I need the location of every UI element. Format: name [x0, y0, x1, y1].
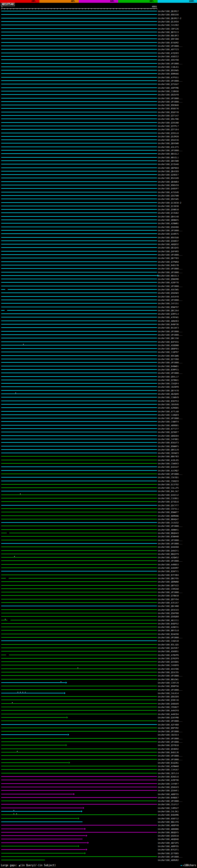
hit-row[interactable]: UniRef100_B3L1Q5: [0, 643, 197, 646]
hit-bar[interactable]: [1, 522, 157, 523]
hit-label[interactable]: UniRef100_Q4V885: [158, 661, 178, 663]
hit-label[interactable]: UniRef100_B9WF97: [158, 306, 178, 309]
hit-label[interactable]: UniRef100_Q6CF95: [158, 577, 178, 580]
hit-label[interactable]: UniRef100_Q9LFN6: [158, 118, 178, 120]
hit-row[interactable]: UniRef100_UPI000...: [0, 754, 197, 757]
hit-bar[interactable]: [1, 119, 157, 119]
hit-label[interactable]: UniRef100_Q3T1E4: [158, 128, 178, 131]
hit-row[interactable]: UniRef100_B4NF36: [0, 323, 197, 326]
hit-bar[interactable]: [1, 202, 157, 203]
hit-bar[interactable]: [1, 327, 157, 328]
hit-label[interactable]: UniRef100_Q7RZP9: [158, 657, 178, 660]
hit-bar[interactable]: [1, 710, 157, 711]
hit-row[interactable]: UniRef100_B7FXB4: [0, 573, 197, 577]
hit-row[interactable]: UniRef100_A8JJ11: [0, 619, 197, 622]
hit-label[interactable]: UniRef100_Q56Q60: [158, 616, 178, 618]
hit-bar[interactable]: [1, 648, 157, 648]
hit-row[interactable]: UniRef100_A0D6B6: [0, 827, 197, 831]
hit-row[interactable]: UniRef100_Q6NWV5: [0, 218, 197, 222]
hit-bar[interactable]: [1, 669, 157, 669]
hit-bar[interactable]: [1, 484, 157, 485]
hit-bar[interactable]: [1, 345, 157, 345]
hit-bar[interactable]: [1, 599, 157, 599]
hit-row[interactable]: UniRef100_Q6MWN0: [0, 580, 197, 584]
hit-row[interactable]: UniRef100_B9WF97: [0, 305, 197, 309]
hit-bar[interactable]: [1, 307, 157, 307]
hit-label[interactable]: UniRef100_A6QDH8: [158, 838, 178, 841]
hit-row[interactable]: UniRef100_B3MPC5: [0, 368, 197, 371]
hit-label[interactable]: UniRef100_UPI000...: [158, 731, 183, 733]
hit-label[interactable]: UniRef100_Q7ZU48: [158, 163, 178, 166]
hit-bar[interactable]: [1, 265, 157, 266]
hit-bar[interactable]: [1, 251, 157, 252]
hit-row[interactable]: UniRef100_B4DXM6: [0, 813, 197, 816]
hit-label[interactable]: UniRef100_B3WHH0: [158, 535, 178, 538]
hit-label[interactable]: UniRef100_C4WHT4: [158, 421, 178, 423]
hit-row[interactable]: UniRef100_B9IKW5: [0, 69, 197, 72]
hit-row[interactable]: UniRef100_B4NDE7: [0, 796, 197, 799]
hit-bar[interactable]: [1, 160, 157, 161]
hit-label[interactable]: UniRef100_UPI000...: [158, 738, 183, 740]
hit-row[interactable]: UniRef100_B2W2L6: [0, 775, 197, 778]
hit-label[interactable]: UniRef100_Q78W10: [158, 595, 178, 597]
hit-label[interactable]: UniRef100_A4H2F8: [158, 709, 178, 712]
hit-label[interactable]: UniRef100_UPI000...: [158, 372, 183, 374]
hit-label[interactable]: UniRef100_Q6CJS6: [158, 337, 178, 340]
hit-label[interactable]: UniRef100_C0Z0P0: [158, 386, 178, 388]
hit-label[interactable]: UniRef100_B6Q3T9: [158, 553, 178, 555]
hit-label[interactable]: UniRef100_A6MUR2: [158, 859, 178, 862]
hit-bar[interactable]: [1, 53, 157, 53]
hit-label[interactable]: UniRef100_A0D6B6: [158, 828, 178, 831]
hit-bar[interactable]: [1, 355, 157, 356]
hit-label[interactable]: UniRef100_Q1HR75: [158, 233, 178, 235]
hit-row[interactable]: UniRef100_Q9W5M0: [0, 277, 197, 281]
hit-row[interactable]: UniRef100_A5BZI2: [0, 55, 197, 58]
hit-bar[interactable]: [1, 206, 157, 206]
hit-row[interactable]: UniRef100_UPI000...: [0, 330, 197, 333]
hit-bar[interactable]: [1, 466, 157, 467]
hit-row[interactable]: UniRef100_UPI000...: [0, 149, 197, 152]
hit-label[interactable]: UniRef100_B3EP53: [158, 400, 178, 402]
hit-label[interactable]: UniRef100_Q7PWK8: [158, 261, 178, 263]
hit-row[interactable]: UniRef100_UPI000...: [0, 737, 197, 740]
hit-bar[interactable]: [1, 84, 157, 84]
hit-bar[interactable]: [1, 178, 157, 178]
hit-label[interactable]: UniRef100_Q3UB37: [158, 240, 178, 242]
hit-row[interactable]: UniRef100_C4QX10: [0, 639, 197, 643]
hit-bar[interactable]: [1, 693, 64, 693]
hit-bar[interactable]: [1, 741, 157, 742]
hit-bar[interactable]: [1, 769, 157, 770]
hit-bar[interactable]: [1, 658, 157, 659]
hit-label[interactable]: UniRef100_Q9W5M0: [158, 278, 178, 280]
hit-bar[interactable]: [1, 334, 157, 335]
hit-label[interactable]: UniRef100_Q16I12: [158, 494, 178, 496]
hit-row[interactable]: UniRef100_A7S5V6: [0, 191, 197, 194]
hit-label[interactable]: UniRef100_UPI000...: [158, 268, 183, 270]
hit-bar[interactable]: [1, 21, 157, 22]
hit-label[interactable]: UniRef100_A7NVP6: [158, 654, 178, 656]
hit-label[interactable]: UniRef100_Q9VL17: [158, 376, 178, 378]
hit-row[interactable]: UniRef100_Q8V3W0: [0, 159, 197, 162]
hit-bar[interactable]: [1, 42, 157, 43]
hit-row[interactable]: UniRef100_C4X8F6: [0, 663, 197, 667]
hit-row[interactable]: UniRef100_A1CMQ7: [0, 469, 197, 472]
hit-bar[interactable]: [1, 637, 157, 638]
hit-bar[interactable]: [1, 303, 157, 304]
hit-row[interactable]: UniRef100_A4S4Y8: [0, 295, 197, 298]
hit-bar[interactable]: [9, 578, 157, 579]
hit-bar[interactable]: [1, 829, 84, 829]
hit-row[interactable]: UniRef100_C0S9V6: [0, 403, 197, 406]
hit-bar[interactable]: [1, 432, 157, 432]
hit-bar[interactable]: [1, 491, 157, 491]
hit-label[interactable]: UniRef100_UPI000...: [158, 331, 183, 333]
hit-row[interactable]: UniRef100_Q64I69: [0, 170, 197, 173]
hit-row[interactable]: UniRef100_Q391N0: [0, 121, 197, 124]
hit-bar[interactable]: [1, 234, 157, 234]
hit-row[interactable]: UniRef100_C4Y151: [0, 302, 197, 305]
hit-label[interactable]: UniRef100_B6S2W1: [158, 678, 178, 681]
hit-label[interactable]: UniRef100_C5M2A0: [158, 588, 178, 590]
hit-bar[interactable]: [1, 45, 157, 46]
hit-row[interactable]: UniRef100_C95BZ7: [0, 706, 197, 709]
hit-bar[interactable]: [1, 703, 157, 704]
hit-row[interactable]: UniRef100_C5GQF4: [0, 382, 197, 385]
